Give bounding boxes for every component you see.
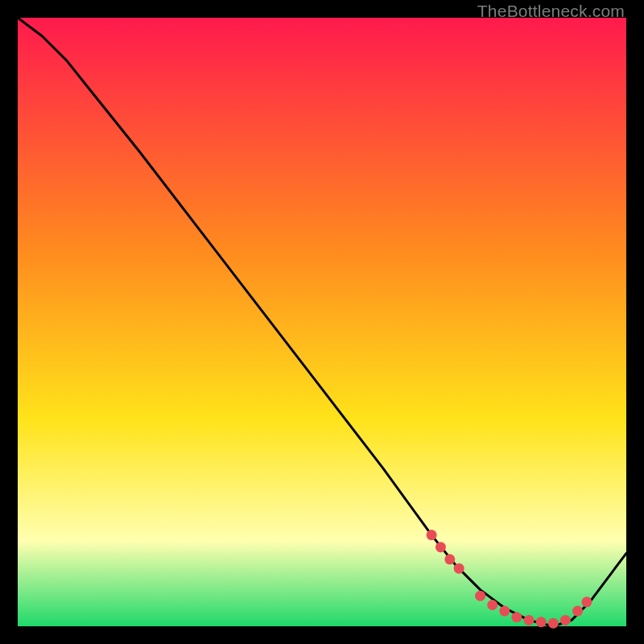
bottleneck-curve: [18, 18, 626, 626]
chart-frame: [18, 18, 626, 626]
highlight-dot: [475, 591, 485, 601]
watermark-text: TheBottleneck.com: [477, 2, 625, 21]
highlight-dots: [427, 530, 592, 629]
highlight-dot: [454, 564, 464, 574]
highlight-dot: [560, 615, 571, 625]
highlight-dot: [548, 618, 559, 629]
highlight-dot: [444, 554, 455, 564]
highlight-dot: [499, 606, 510, 617]
highlight-dot: [536, 617, 547, 627]
highlight-dot: [436, 542, 446, 552]
highlight-dot: [581, 597, 592, 607]
highlight-dot: [487, 600, 497, 610]
chart-plot: [18, 18, 626, 626]
highlight-dot: [572, 606, 583, 617]
highlight-dot: [524, 615, 535, 625]
highlight-dot: [511, 612, 522, 622]
highlight-dot: [427, 530, 437, 540]
